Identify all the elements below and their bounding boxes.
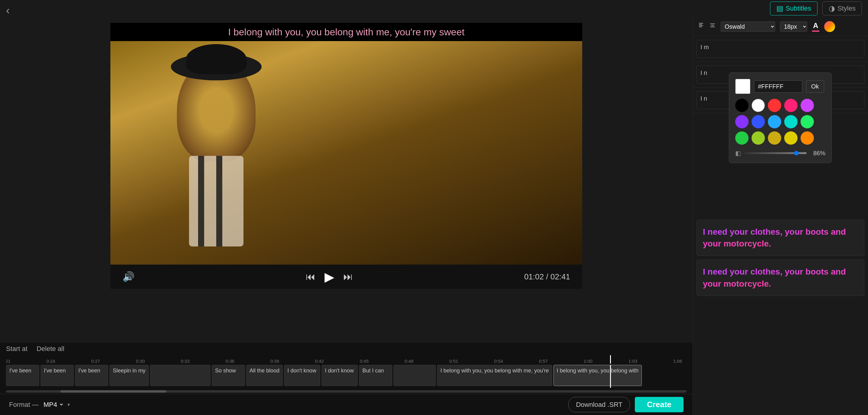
gradient-color-button[interactable]	[824, 21, 835, 32]
font-select[interactable]: Oswald Arial Roboto	[721, 22, 775, 32]
color-hex-input[interactable]	[754, 80, 802, 93]
opacity-slider[interactable]	[745, 152, 807, 154]
swatch-dark-green[interactable]	[735, 131, 748, 145]
tab-styles[interactable]: ◑ Styles	[822, 1, 862, 15]
format-selector: Format — MP4 MOV AVI ▾	[9, 401, 70, 409]
clip-i-belong-2[interactable]: I belong with you, you belong with	[554, 365, 642, 386]
time-separator: /	[546, 272, 550, 281]
ruler-mark: 0:30	[136, 358, 145, 364]
next-button[interactable]: ⏭	[343, 271, 353, 282]
ruler-mark: 0:51	[450, 358, 458, 364]
timeline-scroll-thumb[interactable]	[61, 390, 166, 393]
align-up-button[interactable]	[698, 22, 704, 31]
format-select[interactable]: MP4 MOV AVI	[42, 401, 64, 409]
ruler-mark: 1:03	[628, 358, 637, 364]
right-content: I m I n I n Ok	[693, 36, 868, 415]
ruler-mark: 0:21	[6, 358, 10, 364]
right-panel: Oswald Arial Roboto 18px 16px 20px 24px …	[692, 17, 868, 415]
swatch-green[interactable]	[801, 115, 814, 128]
swatch-gold[interactable]	[768, 131, 781, 145]
color-picker-top: Ok	[735, 79, 825, 94]
clip-ive-been-3[interactable]: I've been	[75, 365, 108, 386]
swatch-orange[interactable]	[801, 131, 814, 145]
svg-rect-3	[699, 27, 702, 27]
clip-empty-2[interactable]	[394, 365, 436, 386]
download-srt-button[interactable]: Download .SRT	[568, 397, 630, 412]
clip-i-belong-1[interactable]: I belong with you, you belong with me, y…	[437, 365, 552, 386]
video-panel: I belong with you, you belong with me, y…	[0, 17, 692, 343]
clip-so-show[interactable]: So show	[212, 365, 245, 386]
back-button[interactable]: ‹	[6, 4, 10, 17]
subtitles-icon: ▤	[776, 4, 783, 13]
swatch-teal[interactable]	[784, 115, 798, 128]
color-ok-button[interactable]: Ok	[806, 80, 824, 93]
swatch-white[interactable]	[751, 99, 765, 112]
create-button[interactable]: Create	[635, 397, 683, 412]
bottom-actions: Download .SRT Create	[568, 397, 683, 412]
color-preview-swatch[interactable]	[735, 79, 750, 94]
video-subtitle-text: I belong with you, you belong with me, y…	[228, 27, 465, 38]
clip-but-i-can[interactable]: But I can	[359, 365, 392, 386]
size-select[interactable]: 18px 16px 20px 24px	[780, 22, 807, 32]
text-color-button[interactable]: A	[812, 22, 819, 32]
swatch-purple[interactable]	[801, 99, 814, 112]
swatch-yellow[interactable]	[784, 131, 798, 145]
video-thumbnail	[111, 41, 582, 265]
ruler-mark: 0:54	[494, 358, 503, 364]
tab-subtitles-label: Subtitles	[786, 4, 811, 12]
swatch-blue[interactable]	[751, 115, 765, 128]
swatch-black[interactable]	[735, 99, 748, 112]
svg-rect-2	[699, 25, 703, 26]
video-controls: 🔊 ⏮ ▶ ⏭ 01:02	[111, 265, 582, 289]
volume-button[interactable]: 🔊	[123, 271, 134, 282]
format-chevron-icon: ▾	[67, 402, 70, 408]
timeline-scrollbar[interactable]	[6, 390, 686, 393]
prev-icon: ⏮	[306, 271, 315, 282]
next-icon: ⏭	[343, 271, 353, 282]
time-display: 01:02 / 02:41	[524, 272, 570, 281]
play-button[interactable]: ▶	[324, 269, 334, 284]
tab-styles-label: Styles	[837, 4, 856, 12]
delete-all-button[interactable]: Delete all	[37, 345, 64, 353]
playhead-ruler	[610, 355, 611, 364]
start-at-button[interactable]: Start at	[6, 345, 28, 353]
svg-rect-6	[710, 27, 715, 27]
color-swatches-grid	[735, 99, 825, 145]
ruler-mark: 0:33	[181, 358, 190, 364]
clip-dont-know-1[interactable]: I don't know	[284, 365, 320, 386]
clip-empty-1[interactable]	[150, 365, 211, 386]
ruler-mark: 0:42	[315, 358, 324, 364]
volume-icon: 🔊	[123, 271, 134, 282]
top-bar: ▤ Subtitles ◑ Styles	[0, 0, 868, 17]
subtitle-text-field-1[interactable]: I m	[696, 40, 864, 58]
color-a-underline	[812, 31, 819, 32]
ruler-mark: 0:24	[46, 358, 55, 364]
clip-all-blood[interactable]: All the blood	[246, 365, 283, 386]
styles-icon: ◑	[829, 4, 835, 13]
swatch-lime[interactable]	[751, 131, 765, 145]
swatch-light-blue[interactable]	[768, 115, 781, 128]
ruler-mark: 1:00	[584, 358, 592, 364]
top-tabs: ▤ Subtitles ◑ Styles	[770, 1, 862, 15]
tab-subtitles[interactable]: ▤ Subtitles	[770, 1, 817, 15]
subtitle-cards-area: I need your clothes, your boots and your…	[693, 216, 868, 303]
subtitle-card-1[interactable]: I need your clothes, your boots and your…	[696, 219, 864, 256]
swatch-pink[interactable]	[784, 99, 798, 112]
ruler-mark: 0:39	[270, 358, 279, 364]
current-time: 01:02	[524, 272, 544, 281]
swatch-red[interactable]	[768, 99, 781, 112]
clip-sleepin[interactable]: Sleepin in my	[110, 365, 149, 386]
swatch-violet[interactable]	[735, 115, 748, 128]
svg-rect-0	[699, 23, 703, 24]
align-button[interactable]	[709, 22, 716, 31]
clip-ive-been-1[interactable]: I've been	[6, 365, 39, 386]
playback-controls: ⏮ ▶ ⏭	[306, 269, 353, 284]
clip-dont-know-2[interactable]: I don't know	[321, 365, 358, 386]
ruler-mark: 0:48	[405, 358, 413, 364]
prev-button[interactable]: ⏮	[306, 271, 315, 282]
opacity-icon: ◧	[735, 149, 741, 157]
total-time: 02:41	[551, 272, 570, 281]
clip-ive-been-2[interactable]: I've been	[40, 365, 74, 386]
subtitle-card-2[interactable]: I need your clothes, your boots and your…	[696, 260, 864, 296]
video-container: I belong with you, you belong with me, y…	[111, 23, 582, 289]
